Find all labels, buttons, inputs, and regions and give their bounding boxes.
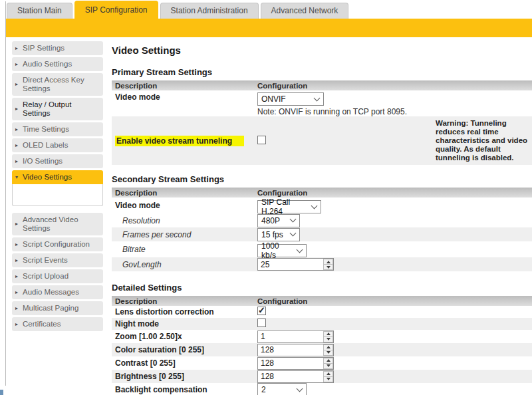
sidebar-item-multicast-paging[interactable]: Multicast Paging (12, 301, 103, 315)
spin-up-icon[interactable] (323, 344, 333, 350)
sidebar-item-video-settings[interactable]: Video Settings (12, 170, 103, 184)
table-row: Color saturation [0 255] 128 (112, 343, 532, 356)
sidebar-item-label: Audio Settings (23, 60, 72, 68)
spin-up-icon[interactable] (323, 371, 333, 376)
sidebar-item-label: Relay / Output Settings (23, 100, 72, 117)
sidebar-item-label: Multicast Paging (23, 304, 78, 312)
chevron-right-icon (15, 320, 18, 329)
sidebar-item-script-configuration[interactable]: Script Configuration (12, 237, 103, 251)
chevron-down-icon (290, 230, 297, 237)
spin-down-icon[interactable] (323, 363, 333, 369)
primary-video-mode-select[interactable]: ONVIF (257, 92, 324, 106)
brightness-value: 128 (258, 371, 323, 382)
lens-distortion-checkbox[interactable] (257, 307, 266, 315)
chevron-right-icon (15, 240, 18, 249)
accent-band (6, 19, 532, 37)
chevron-right-icon (15, 80, 18, 88)
contrast-label: Contrast [0 255] (112, 358, 257, 368)
video-settings-expanded-panel (12, 184, 103, 206)
chevron-right-icon (15, 104, 18, 113)
top-tab-bar: Station Main SIP Configuration Station A… (0, 0, 532, 19)
table-row: Frames per second 15 fps (112, 227, 532, 241)
resolution-label: Resolution (112, 216, 257, 225)
bitrate-label: Bitrate (112, 245, 257, 254)
sidebar: SIP Settings Audio Settings Direct Acces… (12, 41, 103, 395)
spin-up-icon[interactable] (323, 259, 333, 264)
spin-down-icon[interactable] (323, 376, 333, 382)
spin-down-icon[interactable] (323, 350, 333, 356)
resolution-select[interactable]: 480P (257, 214, 300, 227)
sidebar-item-direct-access-key-settings[interactable]: Direct Access Key Settings (12, 73, 103, 96)
sidebar-item-label: OLED Labels (23, 141, 68, 149)
chevron-down-icon (15, 173, 18, 182)
frames-per-second-value: 15 fps (261, 230, 283, 239)
color-saturation-label: Color saturation [0 255] (112, 345, 257, 354)
sidebar-item-audio-settings[interactable]: Audio Settings (12, 57, 103, 71)
sidebar-item-script-upload[interactable]: Script Upload (12, 269, 103, 283)
table-row: Zoom [1.00 2.50]x 1 (112, 330, 532, 343)
sidebar-item-script-events[interactable]: Script Events (12, 253, 103, 267)
spin-up-icon[interactable] (323, 358, 333, 363)
tab-sip-configuration[interactable]: SIP Configuration (74, 1, 158, 19)
spinner-buttons (323, 371, 333, 382)
secondary-stream-table: Description Configuration Video mode SIP… (112, 188, 532, 271)
govlength-input[interactable]: 25 (257, 258, 334, 271)
chevron-down-icon (297, 385, 303, 392)
frames-per-second-select[interactable]: 15 fps (257, 228, 300, 241)
column-header-description: Description (112, 297, 257, 305)
chevron-right-icon (15, 256, 18, 265)
onvif-note: Note: ONVIF is running on TCP port 8095. (257, 107, 436, 116)
page-title: Video Settings (112, 45, 532, 56)
scrollbar-corner (0, 390, 3, 395)
sidebar-item-label: SIP Settings (23, 44, 65, 52)
bitrate-select[interactable]: 1000 kb/s (257, 244, 307, 257)
contrast-input[interactable]: 128 (257, 357, 334, 370)
sidebar-item-io-settings[interactable]: I/O Settings (12, 154, 103, 168)
column-header-configuration: Configuration (257, 297, 436, 305)
tab-station-main[interactable]: Station Main (7, 3, 72, 19)
table-row: Resolution 480P (112, 213, 532, 227)
zoom-input[interactable]: 1 (257, 330, 334, 343)
tab-advanced-network[interactable]: Advanced Network (261, 3, 349, 19)
sidebar-item-label: I/O Settings (23, 157, 63, 165)
govlength-label: GovLength (112, 260, 257, 269)
detailed-settings-table: Description Configuration Lens distortio… (112, 296, 532, 395)
night-mode-checkbox[interactable] (257, 319, 266, 327)
chevron-right-icon (15, 288, 18, 297)
secondary-video-mode-select[interactable]: SIP Call H.264 (257, 200, 321, 213)
table-row: Night mode (112, 318, 532, 330)
chevron-right-icon (15, 141, 18, 150)
sidebar-item-sip-settings[interactable]: SIP Settings (12, 41, 103, 55)
sidebar-item-label: Video Settings (23, 173, 72, 181)
chevron-right-icon (15, 157, 18, 166)
sidebar-item-advanced-video-settings[interactable]: Advanced Video Settings (12, 213, 103, 235)
spin-up-icon[interactable] (323, 331, 333, 336)
spin-down-icon[interactable] (323, 336, 333, 342)
sidebar-item-label: Certificates (23, 320, 61, 328)
primary-video-mode-value: ONVIF (261, 94, 286, 104)
frames-per-second-label: Frames per second (112, 230, 257, 239)
sidebar-item-audio-messages[interactable]: Audio Messages (12, 285, 103, 299)
spin-down-icon[interactable] (323, 264, 333, 270)
column-header-configuration: Configuration (257, 189, 436, 197)
tunneling-checkbox[interactable] (257, 136, 266, 144)
spinner-buttons (323, 358, 333, 369)
secondary-stream-heading: Secondary Stream Settings (112, 174, 532, 184)
spinner-buttons (323, 344, 333, 356)
sidebar-item-time-settings[interactable]: Time Settings (12, 122, 103, 136)
tab-station-administration[interactable]: Station Administration (160, 3, 259, 19)
sidebar-item-certificates[interactable]: Certificates (12, 317, 103, 331)
page-left-border (5, 1, 6, 386)
column-header-configuration: Configuration (257, 82, 436, 90)
table-row: Enable video stream tunneling Warning: T… (112, 116, 532, 165)
backlight-compensation-select[interactable]: 2 (257, 383, 307, 395)
sidebar-item-label: Script Configuration (23, 240, 90, 248)
sidebar-item-label: Audio Messages (23, 288, 79, 296)
color-saturation-input[interactable]: 128 (257, 344, 334, 356)
chevron-right-icon (15, 304, 18, 313)
table-row: GovLength 25 (112, 257, 532, 271)
brightness-input[interactable]: 128 (257, 370, 334, 383)
resolution-value: 480P (261, 216, 280, 225)
sidebar-item-relay-output-settings[interactable]: Relay / Output Settings (12, 98, 103, 120)
sidebar-item-oled-labels[interactable]: OLED Labels (12, 138, 103, 152)
